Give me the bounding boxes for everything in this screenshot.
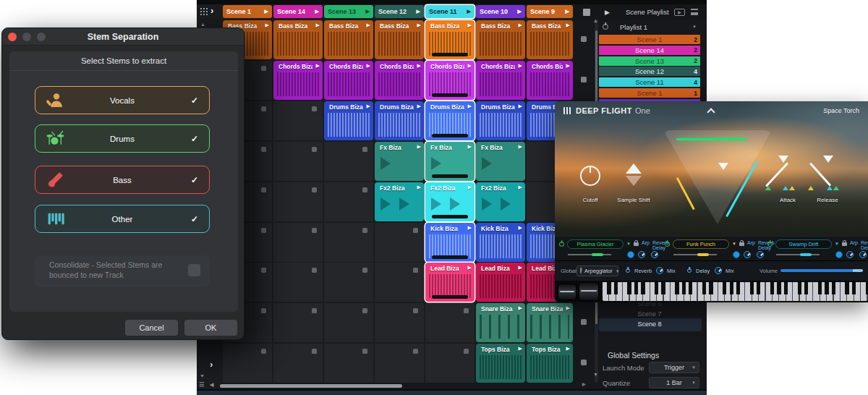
scene-header-scene-13[interactable]: Scene 13▶ [324,5,373,18]
green-marker-icon[interactable] [765,186,771,190]
clip-fx-biza[interactable]: Fx Biza▶ [425,142,475,181]
clip-fx2-biza[interactable]: Fx2 Biza▶ [476,182,525,221]
clip-drums-biza[interactable]: Drums Biza▶ [324,101,373,140]
play-icon[interactable]: ▶ [519,144,522,150]
clip-snare-biza[interactable]: Snare Biza▶ [476,303,525,342]
play-icon[interactable]: ▶ [519,225,522,231]
playlist-item[interactable]: Scene 114 [599,77,700,87]
cell-stop-icon[interactable] [413,228,418,233]
play-icon[interactable]: ▶ [519,305,522,311]
scene-header-scene-9[interactable]: Scene 9▶ [527,5,573,18]
play-icon[interactable]: ▶ [366,9,370,14]
stem-option-vocals[interactable]: Vocals✓ [35,86,210,114]
dropdown-arrow-icon[interactable]: ▼ [835,242,839,246]
clip-fx-biza[interactable]: Fx Biza▶ [375,142,424,181]
yellow-marker-icon[interactable] [808,186,814,190]
clip-bass-biza[interactable]: Bass Biza▶ [324,20,373,59]
consolidate-option[interactable]: Consolidate - Selected Stems are bounced… [35,255,210,287]
playlist-item[interactable]: Scene 11 [599,88,700,98]
clip-drums-biza[interactable]: Drums Biza▶ [425,101,475,140]
play-icon[interactable]: ▶ [417,63,421,69]
empty-clip-cell[interactable] [375,223,424,262]
clip-bass-biza[interactable]: Bass Biza▶ [476,20,525,59]
panel-menu-icon[interactable] [691,9,698,15]
cell-stop-icon[interactable] [261,187,266,192]
quantize-select[interactable]: 1 Bar ▼ [649,377,699,388]
playlist-selector-row[interactable]: Playlist 1 ▼ [574,20,707,33]
play-icon[interactable]: ▶ [417,22,421,28]
scene-header-scene-14[interactable]: Scene 14▶ [273,5,323,18]
play-icon[interactable]: ▶ [468,225,472,231]
empty-clip-cell[interactable] [273,223,323,262]
lock-icon[interactable] [634,242,639,246]
clip-drums-biza[interactable]: Drums Biza▶ [476,101,525,140]
play-icon[interactable]: ▶ [519,346,522,352]
cell-stop-icon[interactable] [413,308,418,313]
play-icon[interactable]: ▶ [367,63,370,69]
pitch-wheel[interactable] [558,284,576,300]
empty-clip-cell[interactable] [273,101,323,140]
play-icon[interactable]: ▶ [519,63,522,69]
layer-slider[interactable] [776,254,820,255]
stem-option-bass[interactable]: Bass✓ [35,166,210,194]
cyan-marker-icon[interactable] [783,186,788,190]
play-icon[interactable]: ▶ [519,103,522,109]
stop-all-icon[interactable] [583,9,590,16]
cell-stop-icon[interactable] [312,308,317,313]
empty-clip-cell[interactable] [273,263,323,302]
play-icon[interactable]: ▶ [566,305,570,311]
delay-mix-knob[interactable] [715,267,722,274]
layer-slider[interactable] [673,254,717,255]
release-handle-icon[interactable] [823,156,833,163]
play-icon[interactable]: ▶ [265,9,268,14]
cell-stop-icon[interactable] [362,228,367,233]
list-icon[interactable]: ☰ [199,381,204,388]
clip-chords-biza[interactable]: Chords Biza▶ [375,61,424,100]
expand-bottom-icon[interactable]: › [210,359,213,370]
cell-stop-icon[interactable] [362,187,367,192]
hscroll-right-icon[interactable]: ▶ [582,381,586,386]
filter-handle-icon[interactable] [718,163,728,170]
clip-bass-biza[interactable]: Bass Biza▶ [375,20,424,59]
empty-clip-cell[interactable] [425,344,475,383]
empty-clip-cell[interactable] [324,263,373,302]
arp-toggle[interactable] [733,251,740,258]
reverb-send-knob[interactable] [638,251,645,258]
preset-name[interactable]: Space Torch [823,107,859,114]
clip-chords-biza[interactable]: Chords Biza▶ [476,61,525,100]
cutoff-knob[interactable] [580,166,600,186]
clip-chords-biza[interactable]: Chords Biza▶ [324,61,373,100]
cell-stop-icon[interactable] [261,308,266,313]
scene-launch-icon[interactable]: ▶ [674,9,685,16]
scroll-down-icon[interactable]: ▼ [200,373,205,378]
cell-stop-icon[interactable] [261,349,266,354]
cell-stop-icon[interactable] [312,349,317,354]
cell-stop-icon[interactable] [362,147,367,152]
sample-shift-up-icon[interactable] [626,163,642,174]
playlist-item[interactable]: Scene 124 [599,67,700,76]
launch-mode-select[interactable]: Trigger ▼ [649,362,699,373]
empty-clip-cell[interactable] [375,263,424,302]
cell-stop-icon[interactable] [312,147,317,152]
dropdown-arrow-icon[interactable]: ▼ [692,25,697,29]
empty-clip-cell[interactable] [273,344,323,383]
reverb-send-knob[interactable] [846,251,854,258]
delay-send-knob[interactable] [651,251,658,258]
play-icon[interactable]: ▶ [367,103,370,109]
play-icon[interactable]: ▶ [265,22,269,28]
cell-stop-icon[interactable] [261,147,266,152]
play-icon[interactable]: ▶ [468,144,472,150]
delay-send-knob[interactable] [757,251,764,258]
clip-snare-biza[interactable]: Snare Biza▶ [527,303,573,342]
volume-slider[interactable] [780,269,863,272]
stem-option-drums[interactable]: Drums✓ [35,124,210,153]
attack-handle-icon[interactable] [778,156,788,163]
play-icon[interactable]: ▶ [316,63,320,69]
layer-slider[interactable] [568,254,611,255]
cell-stop-icon[interactable] [362,308,367,313]
cell-stop-icon[interactable] [464,349,469,354]
play-icon[interactable]: ▶ [468,22,472,28]
reverb-send-knob[interactable] [744,251,751,258]
play-icon[interactable]: ▶ [468,63,472,69]
clip-fx-biza[interactable]: Fx Biza▶ [476,142,525,181]
